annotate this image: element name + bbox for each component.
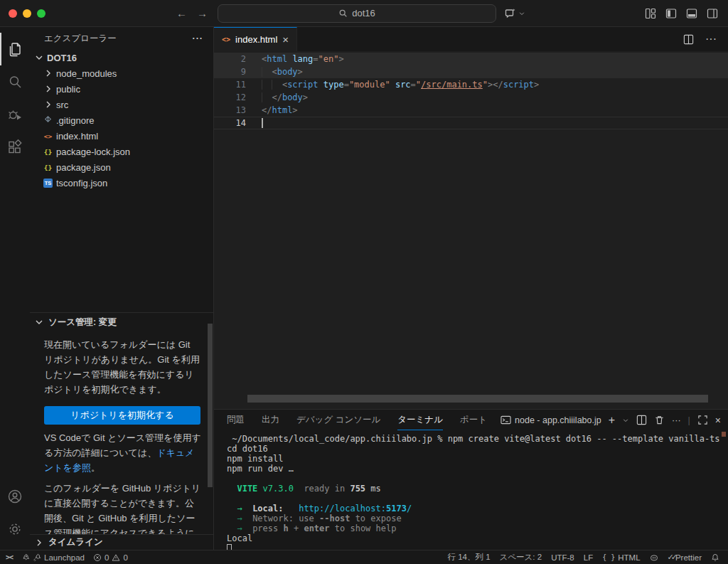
terminal-line-8: → Local: http://localhost:5173/ [227, 504, 728, 514]
explorer-more-actions[interactable]: ··· [193, 33, 204, 43]
code-line-12[interactable]: 12 </body> [214, 91, 728, 104]
editor-cursor [262, 118, 263, 128]
file-label: .gitignore [56, 115, 94, 126]
terminal-line-1: ~/Documents/local_code/app.chiiilabo.jp … [227, 434, 728, 444]
file-tree-item-src[interactable]: src [30, 97, 213, 112]
vscode-window: ← → dot16 [0, 0, 728, 564]
code-line-2[interactable]: 2<html lang="en"> [214, 53, 728, 65]
chevron-down-icon [33, 316, 45, 328]
notifications-bell[interactable] [711, 553, 719, 562]
line-number: 2 [214, 54, 246, 64]
problems-status-item[interactable]: 0 0 [93, 553, 128, 562]
braces-icon: { } [602, 553, 615, 561]
command-center-search[interactable]: dot16 [218, 4, 496, 23]
file-tree-item-package-lock.json[interactable]: {}package-lock.json [30, 144, 213, 159]
timeline-section-header[interactable]: タイムライン [30, 534, 213, 550]
file-tree-item-package.json[interactable]: {}package.json [30, 159, 213, 175]
file-label: tsconfig.json [56, 178, 107, 188]
explorer-activity-button[interactable] [0, 33, 30, 65]
terminal-session-label: node - app.chiiilabo.jp [515, 415, 601, 425]
encoding-status[interactable]: UTF-8 [551, 553, 574, 562]
new-terminal-icon[interactable]: + [609, 414, 615, 427]
editor-more-actions[interactable]: ··· [705, 33, 717, 46]
close-panel-icon[interactable]: × [715, 415, 721, 426]
chevron-right-icon [42, 68, 54, 79]
timeline-title: タイムライン [48, 536, 103, 548]
formatter-status-item[interactable]: ✓✓ Prettier [668, 553, 702, 562]
separator: | [688, 415, 690, 425]
terminal-icon [500, 415, 511, 425]
horizontal-scrollbar[interactable] [247, 395, 708, 403]
bell-icon [711, 553, 719, 562]
file-label: node_modules [56, 68, 117, 79]
language-mode-status[interactable]: { }HTML [602, 553, 640, 562]
account-icon [6, 488, 23, 505]
panel-tab-2[interactable]: 出力 [262, 410, 279, 430]
customize-layout-icon[interactable] [645, 8, 656, 19]
terminal-session-item[interactable]: node - app.chiiilabo.jp [500, 415, 601, 425]
file-tree-item-node_modules[interactable]: node_modules [30, 65, 213, 81]
split-editor-icon[interactable] [683, 34, 694, 45]
html-file-icon: <> [44, 132, 52, 140]
terminal-line-5 [227, 474, 728, 484]
toggle-secondary-sidebar-icon[interactable] [707, 8, 718, 19]
panel-tab-4[interactable]: ターミナル [397, 410, 443, 430]
launchpad-status-item[interactable]: Launchpad [21, 553, 85, 562]
file-tree-item-tsconfig.json[interactable]: TStsconfig.json [30, 175, 213, 191]
zoom-window-button[interactable] [37, 9, 46, 18]
eol-status[interactable]: LF [584, 553, 593, 562]
toggle-primary-sidebar-icon[interactable] [665, 8, 677, 19]
close-tab-icon[interactable]: × [282, 34, 289, 45]
initialize-repository-button[interactable]: リポジトリを初期化する [44, 406, 200, 425]
panel-tab-1[interactable]: 問題 [227, 410, 245, 430]
copilot-icon [650, 553, 658, 562]
code-line-14[interactable]: 14 [214, 117, 728, 129]
account-button[interactable] [0, 480, 30, 513]
search-icon [6, 73, 23, 90]
terminal-output[interactable]: ~/Documents/local_code/app.chiiilabo.jp … [214, 430, 728, 550]
code-editor[interactable]: 2<html lang="en">9 <body>11 <script type… [214, 51, 728, 409]
copilot-chat-button[interactable] [505, 8, 525, 19]
panel-tab-3[interactable]: デバッグ コンソール [296, 410, 380, 430]
forward-arrow-icon[interactable]: → [197, 7, 208, 19]
file-label: package-lock.json [56, 147, 130, 157]
chat-sparkle-icon [505, 8, 516, 19]
kill-terminal-icon[interactable] [654, 415, 665, 425]
minimize-window-button[interactable] [23, 9, 31, 18]
maximize-panel-icon[interactable] [697, 415, 708, 425]
tab-index-html[interactable]: <> index.html × [214, 27, 297, 51]
terminal-line-6: VITE v7.3.0 ready in 755 ms [227, 484, 728, 494]
terminal-line-11: Local [227, 533, 728, 543]
file-tree-item-public[interactable]: public [30, 81, 213, 97]
copilot-status-item[interactable] [650, 553, 658, 562]
remote-indicator[interactable]: >< [6, 553, 13, 561]
cursor-position-status[interactable]: 行 14、列 1 [447, 552, 490, 563]
toggle-panel-icon[interactable] [686, 8, 697, 19]
file-tree-root[interactable]: DOT16 [30, 50, 213, 65]
code-line-11[interactable]: 11 <script type="module" src="/src/main.… [214, 78, 728, 91]
panel-tab-5[interactable]: ポート [460, 410, 487, 430]
source-control-header[interactable]: ソース管理: 変更 [30, 313, 213, 331]
rocket-icon [33, 553, 41, 562]
file-tree-item-index.html[interactable]: <>index.html [30, 128, 213, 144]
close-window-button[interactable] [9, 9, 17, 18]
terminal-dropdown-icon[interactable] [622, 417, 629, 424]
html-file-icon: <> [222, 36, 230, 43]
code-line-9[interactable]: 9 <body> [214, 65, 728, 78]
panel-more-actions[interactable]: ··· [672, 415, 681, 425]
extensions-activity-button[interactable] [0, 131, 30, 164]
title-bar: ← → dot16 [0, 0, 728, 27]
back-arrow-icon[interactable]: ← [176, 7, 187, 19]
split-terminal-icon[interactable] [636, 415, 647, 425]
indentation-status[interactable]: スペース: 2 [500, 552, 542, 563]
file-tree-item-.gitignore[interactable]: .gitignore [30, 112, 213, 128]
bottom-panel: 問題出力デバッグ コンソールターミナルポート node - app.chiiil… [214, 409, 728, 550]
run-debug-activity-button[interactable] [0, 98, 30, 131]
code-line-13[interactable]: 13</html> [214, 104, 728, 117]
line-number: 11 [214, 80, 246, 90]
sidebar-scrollbar[interactable] [208, 324, 213, 487]
search-activity-button[interactable] [0, 65, 30, 98]
sidebar-title: エクスプローラー [44, 33, 117, 45]
warning-icon [112, 553, 120, 562]
settings-button[interactable] [0, 513, 30, 546]
